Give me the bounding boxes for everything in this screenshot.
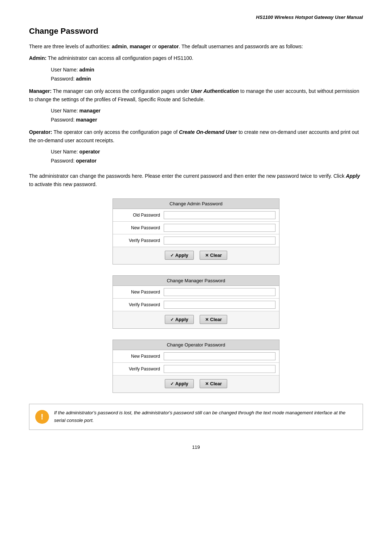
checkmark-icon: ✓ [170, 253, 174, 258]
operator-password-form: Change Operator Password New Password Ve… [113, 340, 279, 393]
operator-new-password-row: New Password [113, 350, 279, 363]
operator-clear-button[interactable]: ✕ Clear [200, 379, 228, 388]
admin-form-header: Change Admin Password [113, 199, 279, 209]
manager-verify-password-input[interactable] [164, 301, 275, 309]
checkmark-icon: ✓ [170, 317, 174, 322]
manager-verify-password-row: Verify Password [113, 299, 279, 311]
admin-form-buttons: ✓ Apply ✕ Clear [113, 247, 279, 264]
manager-new-password-input[interactable] [164, 288, 275, 296]
admin-old-password-label: Old Password [117, 213, 164, 218]
manager-clear-button[interactable]: ✕ Clear [200, 315, 228, 324]
warning-text: If the administrator's password is lost,… [54, 409, 357, 424]
admin-new-password-row: New Password [113, 222, 279, 234]
operator-credentials: User Name: operator Password: operator [51, 147, 363, 165]
page-number: 119 [29, 444, 363, 450]
operator-form-header: Change Operator Password [113, 340, 279, 350]
bottom-intro: The administrator can change the passwor… [29, 172, 363, 188]
admin-old-password-row: Old Password [113, 209, 279, 222]
admin-verify-password-input[interactable] [164, 237, 275, 245]
manager-password: Password: manager [51, 115, 363, 124]
operator-password: Password: operator [51, 156, 363, 165]
operator-verify-password-input[interactable] [164, 365, 275, 373]
warning-box: ! If the administrator's password is los… [29, 404, 363, 430]
manual-title: HS1100 Wireless Hotspot Gateway User Man… [29, 15, 363, 20]
manager-section: Manager: The manager can only access the… [29, 87, 363, 103]
operator-apply-button[interactable]: ✓ Apply [165, 379, 194, 388]
admin-password-form: Change Admin Password Old Password New P… [113, 198, 279, 264]
operator-form-buttons: ✓ Apply ✕ Clear [113, 376, 279, 393]
operator-username: User Name: operator [51, 147, 363, 156]
intro-para-1: There are three levels of authorities: a… [29, 42, 363, 50]
x-icon: ✕ [205, 381, 209, 386]
manager-apply-button[interactable]: ✓ Apply [165, 315, 194, 324]
manager-form-buttons: ✓ Apply ✕ Clear [113, 311, 279, 328]
admin-new-password-label: New Password [117, 225, 164, 230]
admin-old-password-input[interactable] [164, 211, 275, 219]
operator-verify-password-row: Verify Password [113, 363, 279, 376]
manager-credentials: User Name: manager Password: manager [51, 106, 363, 124]
page-title: Change Password [29, 26, 363, 36]
operator-verify-password-label: Verify Password [117, 366, 164, 372]
manager-password-form: Change Manager Password New Password Ver… [113, 275, 279, 329]
manager-new-password-label: New Password [117, 290, 164, 295]
x-icon: ✕ [205, 253, 209, 258]
admin-verify-password-label: Verify Password [117, 238, 164, 243]
admin-section: Admin: The administrator can access all … [29, 54, 363, 62]
admin-clear-button[interactable]: ✕ Clear [200, 251, 228, 260]
manager-username: User Name: manager [51, 106, 363, 115]
manager-new-password-row: New Password [113, 286, 279, 299]
checkmark-icon: ✓ [170, 381, 174, 386]
admin-username: User Name: admin [51, 65, 363, 74]
admin-verify-password-row: Verify Password [113, 234, 279, 247]
admin-password: Password: admin [51, 74, 363, 83]
admin-apply-button[interactable]: ✓ Apply [165, 251, 194, 260]
operator-new-password-input[interactable] [164, 352, 275, 360]
operator-new-password-label: New Password [117, 354, 164, 359]
warning-icon: ! [35, 410, 49, 424]
manager-verify-password-label: Verify Password [117, 302, 164, 307]
manager-form-header: Change Manager Password [113, 276, 279, 286]
admin-credentials: User Name: admin Password: admin [51, 65, 363, 83]
x-icon: ✕ [205, 317, 209, 322]
admin-new-password-input[interactable] [164, 224, 275, 232]
operator-section: Operator: The operator can only access t… [29, 128, 363, 144]
